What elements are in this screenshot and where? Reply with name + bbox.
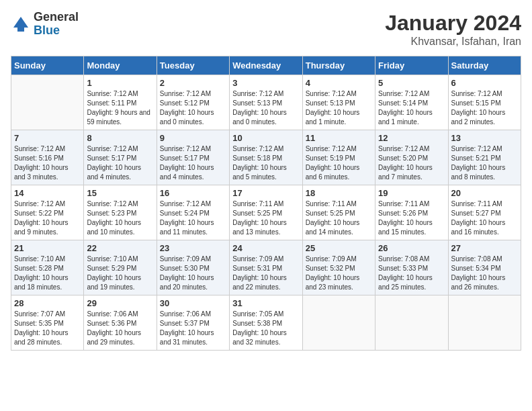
day-number: 23	[160, 243, 226, 253]
calendar-cell: 26Sunrise: 7:08 AMSunset: 5:33 PMDayligh…	[375, 240, 448, 295]
day-number: 14	[14, 188, 81, 198]
day-info: Sunrise: 7:12 AMSunset: 5:21 PMDaylight:…	[451, 144, 518, 182]
calendar-cell: 14Sunrise: 7:12 AMSunset: 5:22 PMDayligh…	[11, 185, 84, 240]
calendar-cell: 9Sunrise: 7:12 AMSunset: 5:17 PMDaylight…	[157, 130, 229, 185]
day-info: Sunrise: 7:12 AMSunset: 5:18 PMDaylight:…	[232, 144, 299, 182]
week-row-5: 28Sunrise: 7:07 AMSunset: 5:35 PMDayligh…	[11, 295, 521, 351]
day-number: 30	[160, 298, 226, 308]
svg-rect-1	[17, 28, 24, 32]
day-number: 18	[306, 188, 372, 198]
logo: General Blue	[11, 11, 79, 38]
calendar-cell: 17Sunrise: 7:11 AMSunset: 5:25 PMDayligh…	[230, 185, 302, 240]
calendar-cell: 29Sunrise: 7:06 AMSunset: 5:36 PMDayligh…	[84, 295, 157, 351]
day-info: Sunrise: 7:11 AMSunset: 5:27 PMDaylight:…	[451, 199, 518, 237]
calendar-cell: 27Sunrise: 7:08 AMSunset: 5:34 PMDayligh…	[448, 240, 521, 295]
day-info: Sunrise: 7:11 AMSunset: 5:25 PMDaylight:…	[306, 199, 372, 237]
day-header-tuesday: Tuesday	[157, 56, 229, 75]
day-info: Sunrise: 7:12 AMSunset: 5:22 PMDaylight:…	[14, 199, 81, 237]
week-row-4: 21Sunrise: 7:10 AMSunset: 5:28 PMDayligh…	[11, 240, 521, 295]
day-info: Sunrise: 7:12 AMSunset: 5:19 PMDaylight:…	[306, 144, 372, 182]
title-block: January 2024 Khvansar, Isfahan, Iran	[385, 11, 521, 48]
day-info: Sunrise: 7:11 AMSunset: 5:25 PMDaylight:…	[232, 199, 299, 237]
svg-marker-0	[13, 17, 28, 28]
calendar-cell: 23Sunrise: 7:09 AMSunset: 5:30 PMDayligh…	[157, 240, 229, 295]
day-info: Sunrise: 7:08 AMSunset: 5:34 PMDaylight:…	[451, 255, 518, 292]
day-info: Sunrise: 7:06 AMSunset: 5:37 PMDaylight:…	[160, 310, 226, 347]
day-info: Sunrise: 7:12 AMSunset: 5:16 PMDaylight:…	[14, 144, 81, 182]
day-number: 19	[378, 188, 445, 198]
day-info: Sunrise: 7:09 AMSunset: 5:30 PMDaylight:…	[160, 255, 226, 292]
day-info: Sunrise: 7:12 AMSunset: 5:14 PMDaylight:…	[378, 89, 445, 127]
calendar-cell	[11, 75, 84, 130]
calendar-cell: 12Sunrise: 7:12 AMSunset: 5:20 PMDayligh…	[375, 130, 448, 185]
calendar-cell	[448, 295, 521, 351]
day-info: Sunrise: 7:08 AMSunset: 5:33 PMDaylight:…	[378, 255, 445, 292]
day-number: 10	[232, 133, 299, 143]
day-number: 8	[87, 133, 153, 143]
day-info: Sunrise: 7:12 AMSunset: 5:11 PMDaylight:…	[87, 89, 153, 127]
logo-line1: General	[34, 11, 79, 24]
day-number: 26	[378, 243, 445, 253]
calendar-cell: 4Sunrise: 7:12 AMSunset: 5:13 PMDaylight…	[302, 75, 375, 130]
day-number: 25	[306, 243, 372, 253]
day-number: 17	[232, 188, 299, 198]
calendar-cell: 18Sunrise: 7:11 AMSunset: 5:25 PMDayligh…	[302, 185, 375, 240]
day-info: Sunrise: 7:11 AMSunset: 5:26 PMDaylight:…	[378, 199, 445, 237]
day-info: Sunrise: 7:10 AMSunset: 5:28 PMDaylight:…	[14, 255, 81, 292]
logo-line2: Blue	[34, 24, 79, 38]
day-info: Sunrise: 7:12 AMSunset: 5:17 PMDaylight:…	[87, 144, 153, 182]
calendar-cell	[375, 295, 448, 351]
day-number: 20	[451, 188, 518, 198]
calendar-cell: 25Sunrise: 7:09 AMSunset: 5:32 PMDayligh…	[302, 240, 375, 295]
calendar-cell: 15Sunrise: 7:12 AMSunset: 5:23 PMDayligh…	[84, 185, 157, 240]
calendar-cell: 5Sunrise: 7:12 AMSunset: 5:14 PMDaylight…	[375, 75, 448, 130]
day-number: 13	[451, 133, 518, 143]
calendar-cell: 19Sunrise: 7:11 AMSunset: 5:26 PMDayligh…	[375, 185, 448, 240]
days-header-row: SundayMondayTuesdayWednesdayThursdayFrid…	[11, 56, 521, 75]
day-number: 6	[451, 78, 518, 88]
calendar-title: January 2024	[385, 11, 521, 36]
day-number: 11	[306, 133, 372, 143]
day-info: Sunrise: 7:10 AMSunset: 5:29 PMDaylight:…	[87, 255, 153, 292]
calendar-cell: 7Sunrise: 7:12 AMSunset: 5:16 PMDaylight…	[11, 130, 84, 185]
day-number: 28	[14, 298, 81, 308]
day-info: Sunrise: 7:12 AMSunset: 5:20 PMDaylight:…	[378, 144, 445, 182]
day-number: 4	[306, 78, 372, 88]
day-number: 24	[232, 243, 299, 253]
calendar-cell: 21Sunrise: 7:10 AMSunset: 5:28 PMDayligh…	[11, 240, 84, 295]
calendar-cell: 31Sunrise: 7:05 AMSunset: 5:38 PMDayligh…	[230, 295, 302, 351]
calendar-subtitle: Khvansar, Isfahan, Iran	[385, 36, 521, 48]
day-header-thursday: Thursday	[302, 56, 375, 75]
day-info: Sunrise: 7:12 AMSunset: 5:24 PMDaylight:…	[160, 199, 226, 237]
day-number: 21	[14, 243, 81, 253]
calendar-cell: 1Sunrise: 7:12 AMSunset: 5:11 PMDaylight…	[84, 75, 157, 130]
calendar-cell: 22Sunrise: 7:10 AMSunset: 5:29 PMDayligh…	[84, 240, 157, 295]
day-number: 22	[87, 243, 153, 253]
day-info: Sunrise: 7:07 AMSunset: 5:35 PMDaylight:…	[14, 310, 81, 347]
day-header-saturday: Saturday	[448, 56, 521, 75]
calendar-cell: 28Sunrise: 7:07 AMSunset: 5:35 PMDayligh…	[11, 295, 84, 351]
day-info: Sunrise: 7:12 AMSunset: 5:23 PMDaylight:…	[87, 199, 153, 237]
calendar-cell: 20Sunrise: 7:11 AMSunset: 5:27 PMDayligh…	[448, 185, 521, 240]
week-row-2: 7Sunrise: 7:12 AMSunset: 5:16 PMDaylight…	[11, 130, 521, 185]
day-header-wednesday: Wednesday	[230, 56, 302, 75]
calendar-cell: 16Sunrise: 7:12 AMSunset: 5:24 PMDayligh…	[157, 185, 229, 240]
day-header-friday: Friday	[375, 56, 448, 75]
day-number: 16	[160, 188, 226, 198]
calendar-cell: 13Sunrise: 7:12 AMSunset: 5:21 PMDayligh…	[448, 130, 521, 185]
calendar-cell: 2Sunrise: 7:12 AMSunset: 5:12 PMDaylight…	[157, 75, 229, 130]
calendar-cell: 10Sunrise: 7:12 AMSunset: 5:18 PMDayligh…	[230, 130, 302, 185]
day-number: 9	[160, 133, 226, 143]
calendar-cell: 24Sunrise: 7:09 AMSunset: 5:31 PMDayligh…	[230, 240, 302, 295]
day-info: Sunrise: 7:06 AMSunset: 5:36 PMDaylight:…	[87, 310, 153, 347]
week-row-1: 1Sunrise: 7:12 AMSunset: 5:11 PMDaylight…	[11, 75, 521, 130]
day-number: 27	[451, 243, 518, 253]
day-number: 15	[87, 188, 153, 198]
day-info: Sunrise: 7:12 AMSunset: 5:15 PMDaylight:…	[451, 89, 518, 127]
calendar-cell: 3Sunrise: 7:12 AMSunset: 5:13 PMDaylight…	[230, 75, 302, 130]
calendar-cell: 11Sunrise: 7:12 AMSunset: 5:19 PMDayligh…	[302, 130, 375, 185]
day-number: 1	[87, 78, 153, 88]
day-number: 29	[87, 298, 153, 308]
calendar-cell: 8Sunrise: 7:12 AMSunset: 5:17 PMDaylight…	[84, 130, 157, 185]
day-info: Sunrise: 7:09 AMSunset: 5:32 PMDaylight:…	[306, 255, 372, 292]
